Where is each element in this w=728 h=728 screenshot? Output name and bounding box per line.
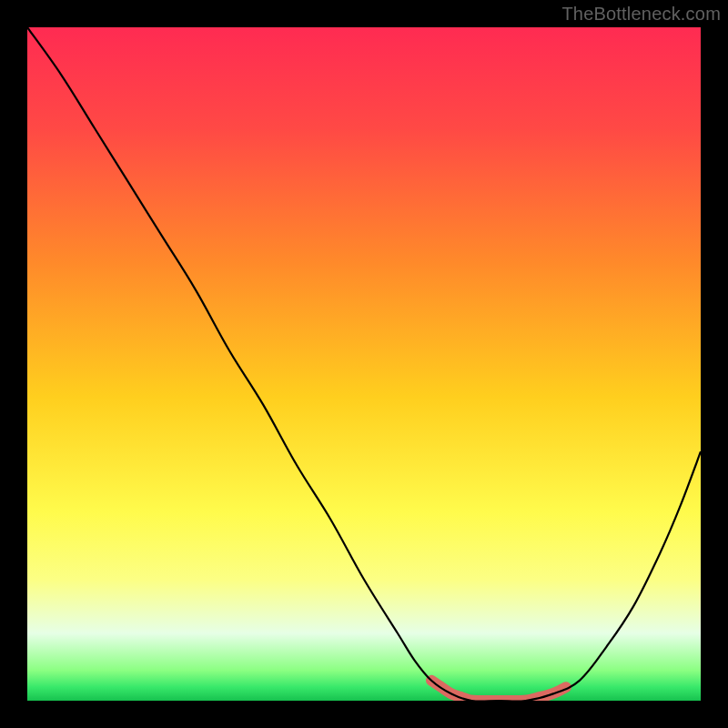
chart-stage: TheBottleneck.com [0,0,728,728]
attribution-text: TheBottleneck.com [561,4,721,25]
bottleneck-chart [0,0,728,728]
gradient-background [27,27,701,701]
